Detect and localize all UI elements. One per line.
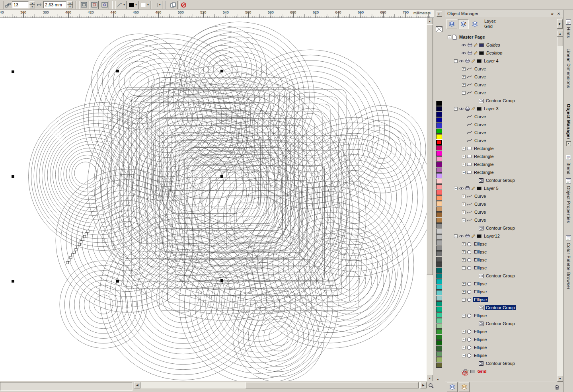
layer-color-swatch[interactable] bbox=[479, 43, 484, 47]
color-swatch[interactable] bbox=[436, 246, 442, 251]
tree-scroll-thumb[interactable] bbox=[557, 37, 563, 46]
color-swatch[interactable] bbox=[436, 151, 442, 156]
expand-toggle-icon[interactable]: − bbox=[454, 107, 458, 111]
color-swatch[interactable] bbox=[436, 268, 442, 273]
expand-toggle-icon[interactable]: − bbox=[454, 59, 458, 63]
color-swatch[interactable] bbox=[436, 106, 442, 111]
color-swatch[interactable] bbox=[436, 351, 442, 357]
tree-item-master-page[interactable]: −Master Page bbox=[445, 33, 557, 41]
expand-to-show-selection-button[interactable] bbox=[470, 19, 480, 29]
tree-item-ellipse[interactable]: +Ellipse bbox=[445, 343, 557, 351]
scroll-right-button[interactable]: ▶ bbox=[420, 382, 427, 388]
clockwise-contour-colors-button[interactable] bbox=[90, 1, 99, 9]
color-swatch[interactable] bbox=[436, 257, 442, 262]
new-master-layer-button[interactable] bbox=[459, 382, 470, 392]
tree-item-grid[interactable]: Grid bbox=[445, 367, 557, 375]
counterclockwise-contour-colors-button[interactable] bbox=[100, 1, 109, 9]
palette-scroll-down-button[interactable]: ▼ bbox=[437, 378, 439, 381]
outline-color-well[interactable]: ▼ bbox=[128, 1, 138, 9]
color-swatch[interactable] bbox=[436, 179, 442, 184]
expand-toggle-icon[interactable]: + bbox=[462, 290, 466, 294]
color-swatch[interactable] bbox=[436, 234, 442, 240]
docker-tab-object-manager[interactable]: Object Manager× bbox=[566, 104, 571, 146]
tree-item-curve[interactable]: −Curve bbox=[445, 216, 557, 224]
horizontal-ruler[interactable]: millimeters 3403603804004204404604805005… bbox=[0, 10, 434, 18]
tree-item-contour-group[interactable]: Contour Group bbox=[445, 97, 557, 105]
color-swatch[interactable] bbox=[436, 340, 442, 345]
document-navigator[interactable] bbox=[0, 382, 133, 391]
expand-toggle-icon[interactable]: + bbox=[462, 147, 466, 150]
no-color-swatch[interactable] bbox=[436, 26, 442, 32]
docker-tab-object-properties[interactable]: Object Properties bbox=[566, 178, 571, 223]
expand-toggle-icon[interactable]: + bbox=[462, 83, 466, 87]
expand-toggle-icon[interactable]: + bbox=[462, 330, 466, 333]
delete-button[interactable] bbox=[552, 382, 562, 392]
horizontal-scroll-thumb[interactable] bbox=[246, 382, 419, 388]
tree-item-contour-group[interactable]: Contour Group bbox=[445, 224, 557, 232]
color-swatch[interactable] bbox=[436, 201, 442, 206]
canvas-drawing[interactable] bbox=[0, 18, 427, 381]
expand-toggle-icon[interactable]: + bbox=[462, 67, 466, 71]
color-swatch[interactable] bbox=[436, 129, 442, 134]
color-swatch[interactable] bbox=[436, 285, 442, 290]
color-swatch[interactable] bbox=[436, 363, 442, 368]
expand-toggle-icon[interactable]: + bbox=[462, 203, 466, 206]
color-swatch[interactable] bbox=[436, 290, 442, 295]
color-swatch[interactable] bbox=[436, 357, 442, 362]
end-fill-color-well[interactable]: ▼ bbox=[152, 1, 162, 9]
docker-flyout-button[interactable]: ▶ bbox=[557, 19, 563, 29]
zoom-button[interactable] bbox=[427, 382, 435, 389]
tree-item-ellipse[interactable]: +Ellipse bbox=[445, 335, 557, 343]
expand-toggle-icon[interactable]: − bbox=[448, 35, 451, 39]
expand-toggle-icon[interactable]: − bbox=[462, 171, 466, 174]
tree-item-layer-4[interactable]: −Layer 4 bbox=[445, 57, 557, 65]
expand-toggle-icon[interactable]: − bbox=[462, 91, 466, 95]
tree-item-rectangle[interactable]: +Rectangle bbox=[445, 144, 557, 152]
toolbar-partial-button[interactable] bbox=[0, 1, 4, 9]
tree-item-curve[interactable]: Curve bbox=[445, 113, 557, 121]
tree-item-contour-group[interactable]: Contour Group bbox=[445, 272, 557, 280]
color-swatch[interactable] bbox=[436, 112, 442, 117]
tree-item-ellipse[interactable]: −Ellipse bbox=[445, 264, 557, 272]
contour-steps-field[interactable]: 13 bbox=[12, 1, 29, 8]
new-layer-button[interactable] bbox=[447, 382, 458, 392]
vertical-scroll-thumb[interactable] bbox=[427, 24, 433, 275]
contour-offset-field[interactable]: 2,63 mm bbox=[43, 1, 66, 8]
expand-toggle-icon[interactable]: − bbox=[462, 354, 466, 357]
tree-item-ellipse[interactable]: −Ellipse bbox=[445, 296, 557, 304]
scroll-left-button[interactable]: ◀ bbox=[134, 382, 140, 388]
tree-item-ellipse[interactable]: +Ellipse bbox=[445, 280, 557, 288]
tree-item-curve[interactable]: +Curve bbox=[445, 81, 557, 89]
tree-item-curve[interactable]: −Curve bbox=[445, 89, 557, 97]
tree-item-curve[interactable]: +Curve bbox=[445, 200, 557, 208]
tree-item-curve[interactable]: +Curve bbox=[445, 192, 557, 200]
expand-toggle-icon[interactable]: − bbox=[462, 298, 466, 302]
linear-contour-colors-button[interactable] bbox=[79, 1, 88, 9]
horizontal-scrollbar[interactable] bbox=[140, 382, 420, 388]
spin-up-icon[interactable]: ▲ bbox=[67, 1, 73, 5]
tree-item-curve[interactable]: +Curve bbox=[445, 73, 557, 81]
layer-color-swatch[interactable] bbox=[477, 187, 481, 190]
color-swatch[interactable] bbox=[436, 207, 442, 212]
layer-color-swatch[interactable] bbox=[477, 59, 481, 63]
copy-contour-properties-button[interactable] bbox=[169, 1, 178, 9]
spin-down-icon[interactable]: ▼ bbox=[29, 5, 35, 8]
color-swatch[interactable] bbox=[436, 312, 442, 318]
color-swatch[interactable] bbox=[436, 329, 442, 334]
tree-item-guides[interactable]: Guides bbox=[445, 41, 557, 49]
color-swatch[interactable] bbox=[436, 212, 442, 217]
color-swatch[interactable] bbox=[436, 195, 442, 201]
expand-toggle-icon[interactable]: + bbox=[462, 163, 466, 166]
expand-toggle-icon[interactable]: + bbox=[462, 258, 466, 262]
color-swatch[interactable] bbox=[436, 101, 442, 106]
layer-color-swatch[interactable] bbox=[477, 234, 481, 238]
contour-steps-spinner[interactable]: ▲▼ bbox=[29, 1, 35, 8]
color-swatch[interactable] bbox=[436, 117, 442, 123]
color-swatch[interactable] bbox=[436, 279, 442, 284]
tree-item-ellipse[interactable]: +Ellipse bbox=[445, 240, 557, 248]
tree-item-curve[interactable]: Curve bbox=[445, 121, 557, 129]
color-swatch[interactable] bbox=[436, 134, 442, 139]
tree-scroll-down-button[interactable]: ▼ bbox=[557, 376, 563, 382]
tree-item-ellipse[interactable]: +Ellipse bbox=[445, 256, 557, 264]
color-swatch[interactable] bbox=[436, 173, 442, 178]
